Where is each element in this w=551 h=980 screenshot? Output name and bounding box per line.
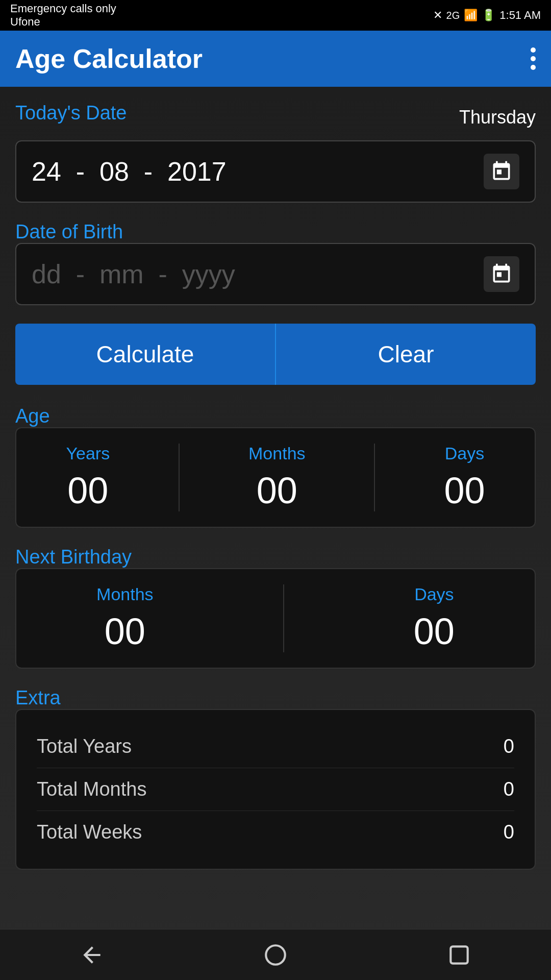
age-result-box: Years 00 Months 00 Days 00 — [15, 427, 536, 528]
more-menu-button[interactable] — [531, 47, 536, 70]
total-months-label: Total Months — [37, 778, 146, 800]
recent-apps-button[interactable] — [439, 935, 480, 975]
today-sep1: - — [76, 157, 85, 186]
todays-date-value: 24 - 08 - 2017 — [32, 156, 227, 187]
age-years-label: Years — [66, 444, 110, 463]
total-years-value: 0 — [504, 736, 514, 757]
signal-bars-icon: 📶 — [464, 9, 478, 22]
network-type: 2G — [446, 10, 460, 21]
age-result-row: Years 00 Months 00 Days 00 — [32, 444, 519, 511]
age-years-item: Years 00 — [66, 444, 110, 511]
main-content: Today's Date Thursday 24 - 08 - 2017 Dat… — [0, 87, 551, 980]
birthday-months-item: Months 00 — [96, 584, 154, 652]
total-years-label: Total Years — [37, 736, 132, 757]
divider-2 — [374, 444, 375, 511]
age-months-label: Months — [248, 444, 306, 463]
todays-date-calendar-icon[interactable] — [484, 154, 519, 189]
today-sep2: - — [144, 157, 153, 186]
today-year: 2017 — [167, 157, 227, 186]
todays-date-input[interactable]: 24 - 08 - 2017 — [15, 140, 536, 203]
total-weeks-label: Total Weeks — [37, 821, 142, 843]
age-months-value: 00 — [257, 470, 297, 511]
battery-icon: 🔋 — [482, 9, 495, 22]
dob-year-placeholder: yyyy — [182, 259, 235, 289]
age-days-value: 00 — [444, 470, 485, 511]
age-label: Age — [15, 405, 50, 427]
divider-1 — [179, 444, 180, 511]
dob-calendar-icon[interactable] — [484, 256, 519, 292]
calculate-button[interactable]: Calculate — [15, 324, 276, 385]
age-days-label: Days — [445, 444, 484, 463]
action-buttons: Calculate Clear — [15, 324, 536, 385]
today-month: 08 — [99, 157, 129, 186]
app-title: Age Calculator — [15, 43, 203, 74]
list-item: Total Months 0 — [37, 768, 514, 811]
svg-point-0 — [266, 945, 285, 965]
next-birthday-result-box: Months 00 Days 00 — [15, 568, 536, 669]
network-name: Ufone — [10, 15, 116, 29]
todays-date-label: Today's Date — [15, 102, 127, 124]
status-bar: Emergency calls only Ufone ✕ 2G 📶 🔋 1:51… — [0, 0, 551, 31]
app-bar: Age Calculator — [0, 31, 551, 87]
next-birthday-result-row: Months 00 Days 00 — [32, 584, 519, 652]
dob-placeholder: dd - mm - yyyy — [32, 259, 235, 289]
dob-month-placeholder: mm — [99, 259, 144, 289]
next-birthday-label: Next Birthday — [15, 546, 132, 568]
birthday-days-value: 00 — [414, 610, 455, 652]
dob-day-placeholder: dd — [32, 259, 61, 289]
total-weeks-value: 0 — [504, 821, 514, 843]
list-item: Total Weeks 0 — [37, 811, 514, 853]
day-name: Thursday — [459, 107, 536, 128]
home-button[interactable] — [255, 935, 296, 975]
todays-date-header: Today's Date Thursday — [15, 102, 536, 132]
extra-result-box: Total Years 0 Total Months 0 Total Weeks… — [15, 709, 536, 870]
dob-input[interactable]: dd - mm - yyyy — [15, 243, 536, 305]
total-months-value: 0 — [504, 778, 514, 800]
birthday-days-item: Days 00 — [414, 584, 455, 652]
dob-sep2: - — [159, 259, 167, 289]
extra-label: Extra — [15, 687, 61, 708]
svg-rect-1 — [450, 946, 467, 963]
age-months-item: Months 00 — [248, 444, 306, 511]
signal-icon: ✕ — [433, 9, 442, 22]
birthday-months-label: Months — [96, 584, 154, 604]
birthday-months-value: 00 — [105, 610, 145, 652]
dob-sep1: - — [76, 259, 85, 289]
clock: 1:51 AM — [499, 9, 541, 22]
list-item: Total Years 0 — [37, 725, 514, 768]
carrier-info: Emergency calls only Ufone — [10, 2, 116, 29]
age-days-item: Days 00 — [444, 444, 485, 511]
back-button[interactable] — [71, 935, 112, 975]
divider-3 — [283, 584, 284, 652]
status-icons: ✕ 2G 📶 🔋 1:51 AM — [433, 9, 541, 22]
clear-button[interactable]: Clear — [276, 324, 536, 385]
nav-bar — [0, 929, 551, 980]
dob-label: Date of Birth — [15, 221, 123, 242]
birthday-days-label: Days — [414, 584, 454, 604]
age-years-value: 00 — [67, 470, 108, 511]
emergency-text: Emergency calls only — [10, 2, 116, 15]
today-day: 24 — [32, 157, 61, 186]
